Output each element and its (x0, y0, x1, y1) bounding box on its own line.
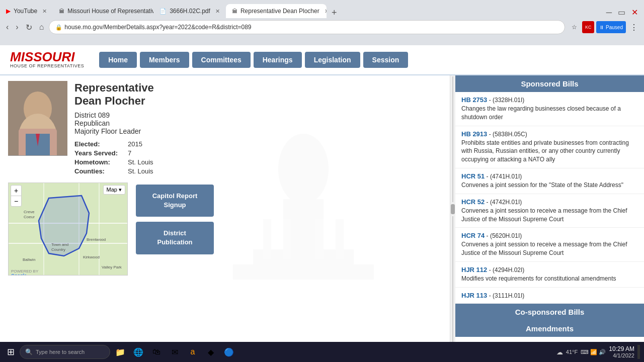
extensions-button[interactable]: KC (582, 21, 594, 33)
address-bar[interactable]: 🔒 house.mo.gov/MemberDetails.aspx?year=2… (49, 20, 565, 34)
tab-mo-house[interactable]: 🏛 Missouri House of Representativ... ✕ (53, 4, 153, 18)
bill-code-hb2753: - (3328H.01I) (487, 97, 524, 104)
pdf-icon: 📄 (159, 8, 167, 15)
nav-home[interactable]: Home (99, 52, 137, 68)
tab-youtube[interactable]: ▶ YouTube ✕ (0, 4, 53, 18)
taskbar-edge[interactable]: 🌐 (130, 344, 146, 360)
rep-district: District 089 (74, 111, 154, 119)
bill-code-hb2913: - (5838H.05C) (487, 131, 527, 138)
scroll-divider (450, 75, 455, 342)
counties-label: Counties: (74, 167, 125, 175)
svg-text:Google: Google (11, 273, 27, 276)
tab-label: Representative Dean Plocher (240, 8, 319, 15)
tab-close-youtube[interactable]: ✕ (42, 8, 47, 15)
profile-area: Representative Dean Plocher District 089… (0, 75, 450, 342)
more-button[interactable]: ⋮ (628, 21, 640, 33)
bill-link-hjr112[interactable]: HJR 112 (461, 266, 487, 274)
zoom-in-button[interactable]: + (11, 186, 21, 196)
bill-desc-hcr52: Convenes a joint session to receive a me… (461, 207, 638, 224)
bill-code-hjr112: - (4294H.02I) (487, 266, 524, 274)
bill-link-hcr51[interactable]: HCR 51 (461, 172, 485, 180)
weather-icon: ☁ (556, 348, 563, 356)
district-map: Creve Coeur Ballwin Town and Country Bre… (8, 183, 128, 276)
hometown-value: St. Louis (128, 158, 153, 166)
tab-plocher[interactable]: 🏛 Representative Dean Plocher ✕ (226, 4, 327, 18)
plocher-tab-icon: 🏛 (232, 8, 237, 14)
minimize-button[interactable]: ─ (604, 7, 614, 18)
show-desktop-button[interactable] (637, 345, 640, 359)
bill-link-hb2913[interactable]: HB 2913 (461, 130, 487, 138)
content-area: Representative Dean Plocher District 089… (0, 75, 644, 342)
taskbar-chrome[interactable]: 🔵 (221, 344, 237, 360)
back-button[interactable]: ‹ (4, 22, 11, 33)
taskbar-date: 4/1/2022 (609, 352, 634, 358)
bookmark-star-button[interactable]: ☆ (568, 21, 580, 33)
zoom-out-button[interactable]: − (11, 196, 21, 206)
svg-text:Ballwin: Ballwin (23, 257, 35, 262)
nav-session[interactable]: Session (363, 52, 409, 68)
right-panel-content[interactable]: Sponsored Bills HB 2753 - (3328H.01I) Ch… (455, 75, 644, 342)
profile-info: Representative Dean Plocher District 089… (74, 81, 154, 176)
nav-committees[interactable]: Committees (192, 52, 251, 68)
hometown-row: Hometown: St. Louis (74, 158, 154, 166)
taskbar-search[interactable]: 🔍 Type here to search (20, 345, 110, 359)
taskbar-dropbox[interactable]: ◆ (203, 344, 219, 360)
tab-pdf[interactable]: 📄 3666H.02C.pdf ✕ (153, 4, 226, 18)
bill-desc-hcr51: Convenes a joint session for the "State … (461, 181, 638, 190)
counties-row: Counties: St. Louis (74, 167, 154, 175)
amendments-header: Amendments (455, 320, 644, 337)
tab-label: YouTube (14, 8, 37, 15)
svg-text:Kirkwood: Kirkwood (83, 255, 100, 259)
rep-role: Majority Floor Leader (74, 127, 154, 135)
bill-code-hcr74: - (5620H.01I) (485, 232, 522, 239)
taskbar-mail[interactable]: ✉ (167, 344, 183, 360)
taskbar-store[interactable]: 🛍 (148, 344, 165, 360)
bill-link-hb2753[interactable]: HB 2753 (461, 96, 487, 104)
map-type-label: Map (107, 187, 117, 193)
rep-name: Dean Plocher (74, 95, 154, 108)
tab-label: 3666H.02C.pdf (170, 8, 210, 15)
bill-link-hjr113[interactable]: HJR 113 (461, 292, 487, 299)
forward-button[interactable]: › (14, 22, 20, 33)
map-type-dropdown-icon: ▾ (119, 187, 122, 193)
start-button[interactable]: ⊞ (4, 346, 18, 357)
new-tab-button[interactable]: + (327, 8, 342, 18)
svg-text:Town and: Town and (51, 242, 68, 247)
map-type-selector[interactable]: Map ▾ (103, 185, 125, 195)
nav-hearings[interactable]: Hearings (254, 52, 302, 68)
taskbar-file-explorer[interactable]: 📁 (112, 344, 128, 360)
tab-close-pdf[interactable]: ✕ (215, 8, 220, 15)
youtube-icon: ▶ (6, 8, 11, 15)
bill-code-hcr52: - (4742H.01I) (485, 199, 522, 206)
restore-button[interactable]: ▭ (616, 7, 627, 18)
bill-link-hcr74[interactable]: HCR 74 (461, 232, 485, 239)
nav-legislation[interactable]: Legislation (305, 52, 360, 68)
taskbar-amazon[interactable]: a (185, 344, 201, 360)
elected-value: 2015 (128, 140, 142, 148)
search-icon: 🔍 (25, 348, 33, 355)
clock[interactable]: 10:29 AM 4/1/2022 (609, 345, 634, 358)
district-publication-button[interactable]: DistrictPublication (136, 222, 214, 254)
elected-label: Elected: (74, 140, 125, 148)
profile-top: Representative Dean Plocher District 089… (8, 81, 442, 176)
svg-text:Creve: Creve (24, 210, 35, 214)
close-button[interactable]: ✕ (629, 7, 640, 18)
capitol-report-button[interactable]: Capitol ReportSignup (136, 185, 214, 217)
cosponsored-bills-header: Co-sponsored Bills (455, 304, 644, 320)
weather-temp: 41°F (566, 349, 578, 355)
refresh-button[interactable]: ↻ (24, 22, 34, 33)
taskbar-search-label: Type here to search (36, 349, 85, 355)
svg-text:Country: Country (51, 247, 65, 252)
bill-link-hcr52[interactable]: HCR 52 (461, 198, 485, 206)
scroll-thumb[interactable] (451, 204, 455, 214)
elected-row: Elected: 2015 (74, 140, 154, 148)
bill-code-hjr113: - (3111H.01I) (487, 292, 524, 299)
bill-code-hcr51: - (4741H.01I) (485, 173, 522, 180)
svg-text:Brentwood: Brentwood (87, 237, 106, 242)
bill-desc-hcr74: Convenes a joint session to receive a me… (461, 240, 638, 257)
paused-button[interactable]: ⏸ Paused (596, 21, 626, 33)
home-button[interactable]: ⌂ (37, 22, 46, 33)
action-buttons: Capitol ReportSignup DistrictPublication (136, 185, 214, 276)
logo-missouri: MISSOURI (10, 50, 84, 63)
nav-members[interactable]: Members (140, 52, 189, 68)
